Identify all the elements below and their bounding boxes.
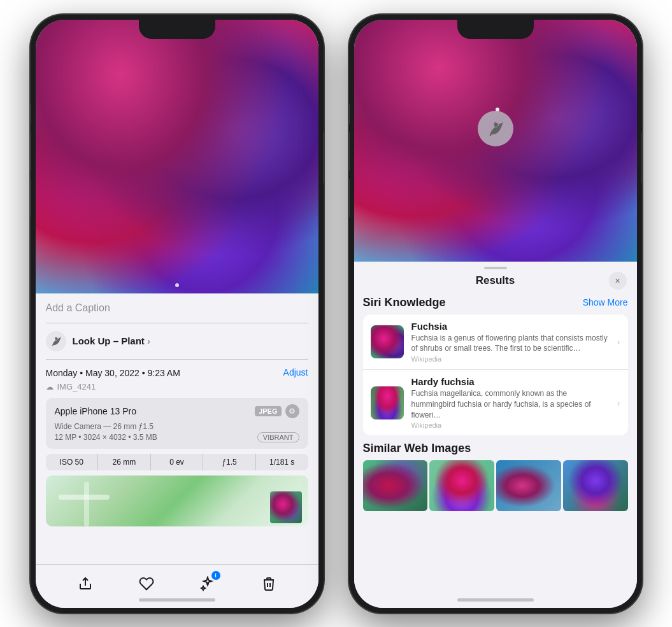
exif-iso: ISO 50 [46, 454, 99, 470]
lookup-row[interactable]: Look Up – Plant › [46, 323, 308, 360]
hardy-thumb-img [371, 386, 404, 419]
right-leaf-icon [487, 120, 504, 137]
results-title: Results [476, 274, 515, 287]
similar-section: Similar Web Images [363, 442, 628, 511]
fuchsia-chevron: › [617, 337, 620, 347]
info-panel: Add a Caption Look Up – Plant › [36, 293, 318, 564]
lookup-icon-circle [46, 331, 66, 351]
camera-spec: Wide Camera — 26 mm ƒ1.5 [55, 422, 299, 431]
knowledge-item-hardy[interactable]: Hardy fuchsia Fuchsia magellanica, commo… [363, 370, 628, 435]
right-home-indicator[interactable] [457, 598, 534, 602]
hardy-desc: Fuchsia magellanica, commonly known as t… [411, 388, 610, 420]
hardy-thumbnail [371, 386, 404, 419]
exif-focal: 26 mm [98, 454, 151, 470]
right-mute-button[interactable] [349, 104, 350, 124]
hardy-source: Wikipedia [411, 421, 610, 429]
fuchsia-text: Fuchsia Fuchsia is a genus of flowering … [411, 321, 610, 363]
share-button[interactable] [74, 572, 97, 595]
map-thumbnail [270, 491, 302, 523]
adjust-button[interactable]: Adjust [283, 367, 308, 377]
right-phone-screen: Results × Siri Knowledge Show More [354, 20, 637, 608]
format-badge: JPEG [255, 406, 281, 416]
exif-ev: 0 ev [151, 454, 204, 470]
left-phone: Add a Caption Look Up – Plant › [31, 15, 324, 613]
right-volume-down-button[interactable] [349, 179, 350, 217]
right-notch [457, 20, 534, 39]
date-row: Monday • May 30, 2022 • 9:23 AM Adjust [46, 360, 308, 383]
right-volume-up-button[interactable] [349, 132, 350, 171]
fuchsia-name: Fuchsia [411, 321, 610, 332]
volume-up-button[interactable] [31, 132, 31, 171]
mp-row: 12 MP • 3024 × 4032 • 3.5 MB VIBRANT [55, 432, 299, 442]
delete-button[interactable] [257, 572, 280, 595]
vibrant-badge: VIBRANT [257, 432, 299, 442]
exif-row: ISO 50 26 mm 0 ev ƒ1.5 1/181 s [46, 454, 308, 470]
show-more-button[interactable]: Show More [583, 297, 628, 307]
map-road-v [84, 482, 89, 526]
close-button[interactable]: × [609, 272, 627, 290]
notch [139, 20, 215, 39]
results-header: Results × [354, 269, 637, 296]
exif-shutter: 1/181 s [256, 454, 308, 470]
device-badges: JPEG ⚙ [255, 404, 299, 418]
map-area[interactable] [46, 476, 308, 526]
date-line: Monday • May 30, 2022 • 9:23 AM [46, 367, 180, 380]
siri-knowledge-title: Siri Knowledge [363, 296, 446, 309]
left-phone-screen: Add a Caption Look Up – Plant › [36, 20, 318, 608]
file-row: ☁ IMG_4241 [46, 382, 308, 398]
fuchsia-thumbnail [371, 325, 404, 358]
visual-search-button[interactable] [478, 111, 513, 146]
similar-images-row [363, 460, 628, 511]
leaf-icon [50, 335, 62, 347]
similar-img-4[interactable] [563, 460, 628, 511]
cloud-icon: ☁ [46, 383, 54, 391]
heart-icon [139, 576, 154, 591]
like-button[interactable] [135, 572, 158, 595]
photo-area-left[interactable] [36, 20, 318, 293]
photo-page-dot [175, 283, 179, 287]
home-indicator[interactable] [139, 598, 215, 602]
device-card: Apple iPhone 13 Pro JPEG ⚙ Wide Camera —… [46, 398, 308, 449]
hardy-name: Hardy fuchsia [411, 376, 610, 387]
knowledge-card: Fuchsia Fuchsia is a genus of flowering … [363, 314, 628, 436]
similar-title: Similar Web Images [363, 442, 628, 455]
similar-img-2[interactable] [429, 460, 494, 511]
date-info: Monday • May 30, 2022 • 9:23 AM [46, 367, 180, 380]
similar-img-3[interactable] [496, 460, 561, 511]
lookup-arrow: › [147, 335, 150, 346]
fuchsia-source: Wikipedia [411, 355, 610, 363]
power-button[interactable] [323, 132, 324, 183]
knowledge-item-fuchsia[interactable]: Fuchsia Fuchsia is a genus of flowering … [363, 314, 628, 370]
info-button[interactable]: i [196, 572, 219, 595]
trash-icon [262, 576, 276, 591]
resolution-info: 12 MP • 3024 × 4032 • 3.5 MB [55, 433, 157, 442]
caption-placeholder[interactable]: Add a Caption [46, 302, 110, 313]
hardy-chevron: › [617, 398, 620, 408]
exif-aperture: ƒ1.5 [203, 454, 256, 470]
photo-area-right [354, 20, 637, 262]
similar-img-1[interactable] [363, 460, 428, 511]
fuchsia-thumb-img [371, 325, 404, 358]
file-name: IMG_4241 [57, 382, 96, 391]
lookup-label[interactable]: Look Up – Plant › [73, 335, 151, 346]
fuchsia-desc: Fuchsia is a genus of flowering plants t… [411, 333, 610, 355]
flower-photo [36, 20, 318, 293]
hardy-text: Hardy fuchsia Fuchsia magellanica, commo… [411, 376, 610, 429]
right-power-button[interactable] [641, 132, 642, 183]
device-name: Apple iPhone 13 Pro [55, 406, 136, 416]
results-content: Siri Knowledge Show More Fuchsia [354, 296, 637, 512]
volume-down-button[interactable] [31, 179, 31, 217]
share-icon [78, 576, 93, 591]
siri-knowledge-header: Siri Knowledge Show More [363, 296, 628, 309]
mute-button[interactable] [31, 104, 31, 124]
results-panel: Results × Siri Knowledge Show More [354, 262, 637, 608]
gear-icon[interactable]: ⚙ [285, 404, 299, 418]
device-header: Apple iPhone 13 Pro JPEG ⚙ [55, 404, 299, 418]
right-phone: Results × Siri Knowledge Show More [349, 15, 642, 613]
caption-area[interactable]: Add a Caption [46, 293, 308, 323]
info-badge: i [211, 571, 220, 580]
